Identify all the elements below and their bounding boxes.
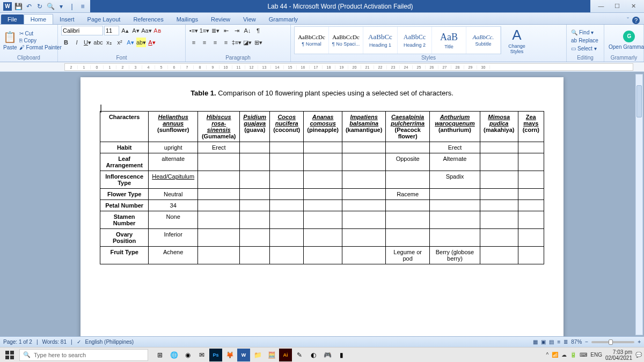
align-center-button[interactable]: ≡ [200,38,209,47]
align-left-button[interactable]: ≡ [189,38,199,47]
notifications-icon[interactable]: 💬 [635,352,642,358]
style-item[interactable]: AaBTitle [432,27,466,54]
view-draft-icon[interactable]: ≣ [564,339,568,345]
zoom-level[interactable]: 87% [571,339,582,345]
view-outline-icon[interactable]: ≡ [557,339,560,345]
app-icon-1[interactable]: ✎ [293,349,306,361]
style-item[interactable]: AaBbCc.Subtitle [466,27,501,54]
help-icon[interactable]: ? [632,17,640,24]
tab-mailings[interactable]: Mailings [170,14,204,24]
open-grammarly-button[interactable]: Open Grammarly [608,43,644,50]
line-spacing-button[interactable]: ‡≡▾ [232,38,241,47]
zoom-out-button[interactable]: − [585,339,588,345]
print-icon[interactable]: 🔍 [46,2,55,11]
tab-grammarly[interactable]: Grammarly [262,14,304,24]
italic-button[interactable]: I [72,38,82,47]
bullets-button[interactable]: •≡▾ [189,26,199,35]
status-words[interactable]: Words: 81 [42,339,67,345]
styles-gallery[interactable]: AaBbCcDc¶ NormalAaBbCcDc¶ No Spaci...AaB… [294,26,501,54]
tab-page-layout[interactable]: Page Layout [81,14,127,24]
taskbar-search[interactable]: 🔍 Type here to search [19,349,148,361]
sort-button[interactable]: A↓ [243,26,252,35]
view-fullscreen-icon[interactable]: ▣ [541,339,546,345]
text-effect-button[interactable]: A▾ [126,38,135,47]
multilevel-button[interactable]: ≣▾ [210,26,220,35]
style-item[interactable]: AaBbCcDc¶ Normal [295,27,329,54]
paste-icon[interactable]: 📋 [3,31,17,43]
undo-icon[interactable]: ↶ [25,2,33,11]
align-right-button[interactable]: ≡ [210,38,220,47]
clear-format-button[interactable]: Aʙ [152,26,162,35]
tab-view[interactable]: View [237,14,262,24]
tab-references[interactable]: References [127,14,170,24]
style-item[interactable]: AaBbCcHeading 1 [363,27,398,54]
proofing-icon[interactable]: ✓ [77,339,81,345]
strike-button[interactable]: abc [93,38,103,47]
underline-button[interactable]: U▾ [83,38,92,47]
mail-icon[interactable]: ✉ [195,349,208,361]
zoom-slider[interactable] [591,341,634,343]
explorer-icon[interactable]: 📁 [251,349,264,361]
change-styles-button[interactable]: A Change Styles [503,27,530,54]
cloud-icon[interactable]: ☁ [561,352,567,358]
tab-home[interactable]: Home [24,14,53,24]
illustrator-icon[interactable]: Ai [279,349,292,361]
save-icon[interactable]: 💾 [14,2,23,11]
minimize-button[interactable]: — [596,3,606,10]
change-case-button[interactable]: Aa▾ [142,26,151,35]
find-button[interactable]: 🔍 Find ▾ [570,29,599,36]
superscript-button[interactable]: x² [115,38,125,47]
vertical-scrollbar[interactable] [635,74,643,335]
status-language[interactable]: English (Philippines) [85,339,134,345]
maximize-button[interactable]: ☐ [612,3,623,10]
show-marks-button[interactable]: ¶ [253,26,263,35]
tab-file[interactable]: File [1,14,24,24]
borders-button[interactable]: ⊞▾ [253,38,263,47]
numbering-button[interactable]: 1≡▾ [200,26,209,35]
app-icon-2[interactable]: ◐ [307,349,320,361]
word-task-icon[interactable]: W [237,349,250,361]
photoshop-icon[interactable]: Ps [209,349,222,361]
zoom-in-button[interactable]: + [638,339,641,345]
qat-customize-icon[interactable]: ≡ [78,2,87,11]
font-name-input[interactable] [61,26,103,35]
app-icon-4[interactable]: ▮ [335,349,348,361]
firefox-icon[interactable]: 🦊 [223,349,236,361]
keyboard-icon[interactable]: ⌨ [580,352,587,358]
cut-button[interactable]: ✂Cut [19,31,62,36]
copy-button[interactable]: ⎘Copy [19,38,62,43]
font-size-input[interactable] [104,26,119,35]
edge-icon[interactable]: 🌐 [167,349,180,361]
chrome-icon[interactable]: ◉ [181,349,194,361]
subscript-button[interactable]: x₂ [104,38,114,47]
calculator-icon[interactable]: 🧮 [265,349,278,361]
shrink-font-button[interactable]: A▾ [131,26,141,35]
format-painter-button[interactable]: 🖌Format Painter [19,45,62,50]
paste-button[interactable]: Paste [3,45,17,50]
qat-more-icon[interactable]: ▾ [57,2,65,11]
replace-button[interactable]: ab Replace [570,37,599,44]
task-view-icon[interactable]: ⊞ [153,349,166,361]
dec-indent-button[interactable]: ⇤ [221,26,231,35]
redo-icon[interactable]: ↻ [35,2,44,11]
tab-review[interactable]: Review [204,14,237,24]
view-print-layout-icon[interactable]: ▦ [533,339,538,345]
font-color-button[interactable]: A▾ [147,38,157,47]
shading-button[interactable]: ◪▾ [243,38,252,47]
close-button[interactable]: ✕ [628,3,639,10]
horizontal-ruler[interactable]: 2101234567891011121314151617181920212223… [64,63,633,71]
tray-expand-icon[interactable]: ^ [546,352,549,358]
scrollbar-thumb[interactable] [636,85,642,117]
select-button[interactable]: ▭ Select ▾ [570,45,599,52]
style-item[interactable]: AaBbCcHeading 2 [398,27,432,54]
inc-indent-button[interactable]: ⇥ [232,26,241,35]
grow-font-button[interactable]: A▴ [120,26,130,35]
status-page[interactable]: Page: 1 of 2 [3,339,32,345]
app-icon-3[interactable]: 🎮 [321,349,334,361]
battery-icon[interactable]: 🔋 [570,352,576,358]
bold-button[interactable]: B [61,38,71,47]
tray-language[interactable]: ENG [590,352,602,358]
wifi-icon[interactable]: 📶 [552,352,558,358]
justify-button[interactable]: ≡ [221,38,231,47]
style-item[interactable]: AaBbCcDc¶ No Spaci... [329,27,363,54]
